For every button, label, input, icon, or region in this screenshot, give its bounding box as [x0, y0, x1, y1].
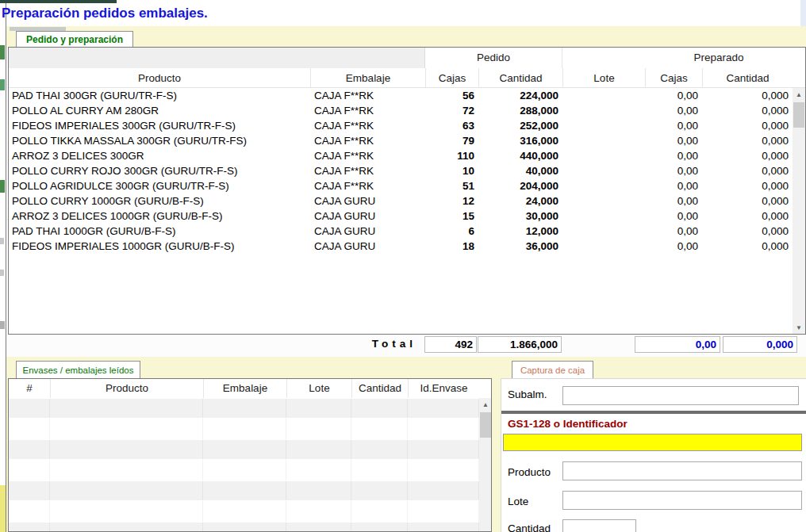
order-table-row[interactable]: POLLO TIKKA MASSALA 300GR (GURU/TR-FS)CA…	[9, 133, 805, 148]
tab-pedido-y-preparacion[interactable]: Pedido y preparación	[16, 31, 133, 47]
order-table-row[interactable]: POLLO AGRIDULCE 300GR (GURU/TR-F-S)CAJA …	[9, 178, 805, 193]
capture-panel: Subalm. GS1-128 o Identificador Producto…	[501, 378, 806, 532]
total-label: Total	[364, 338, 416, 350]
scans-cell	[286, 481, 351, 500]
background-window-sliver	[0, 3, 6, 532]
group-header-preparado: Preparado	[645, 48, 793, 68]
scans-cell	[351, 501, 408, 522]
scans-cell	[351, 419, 408, 439]
scans-cell	[408, 419, 479, 439]
total-prep-cantidad-field: 0,000	[723, 336, 797, 353]
cell-cajas: 51	[425, 178, 478, 193]
scans-cell	[203, 522, 286, 532]
page-title: Preparación pedidos embalajes.	[2, 6, 208, 21]
scroll-up-icon[interactable]: ▲	[793, 88, 805, 101]
order-table-row[interactable]: ARROZ 3 DELICES 300GRCAJA F**RK110440,00…	[9, 148, 805, 163]
cell-cantidad: 316,000	[478, 133, 562, 148]
scans-table-row[interactable]	[9, 460, 491, 480]
column-header-cantidad: Cantidad	[478, 68, 562, 87]
total-cajas-field: 492	[424, 336, 477, 353]
order-table-body: PAD THAI 300GR (GURU/TR-F-S)CAJA F**RK56…	[9, 88, 805, 254]
cell-cantidad: 440,000	[478, 148, 562, 163]
scroll-up-icon[interactable]: ▲	[479, 398, 492, 411]
scans-cell	[203, 460, 286, 480]
scans-cell	[203, 399, 286, 418]
cell-producto: PAD THAI 300GR (GURU/TR-F-S)	[9, 88, 310, 103]
scans-cell	[203, 440, 286, 459]
cell-cajas: 10	[425, 163, 478, 178]
cell-cajas: 12	[425, 193, 478, 209]
scans-cell	[286, 522, 351, 532]
scrollbar-thumb[interactable]	[793, 102, 804, 128]
scans-cell	[203, 419, 286, 439]
cell-producto: PAD THAI 1000GR (GURU/B-F-S)	[9, 224, 310, 239]
cell-prep_cajas: 0,00	[645, 148, 702, 163]
total-prep-cajas-field: 0,00	[635, 336, 720, 353]
scans-cell	[50, 460, 203, 480]
cell-lote	[562, 178, 645, 193]
order-table-group-header: Pedido Preparado	[9, 48, 805, 68]
order-table-row[interactable]: POLLO AL CURRY AM 280GRCAJA F**RK72288,0…	[9, 103, 805, 118]
order-table-row[interactable]: PAD THAI 1000GR (GURU/B-F-S)CAJA GURU612…	[9, 224, 805, 239]
scrollbar-thumb[interactable]	[480, 412, 491, 438]
scans-table-scrollbar[interactable]: ▲	[479, 398, 491, 531]
scroll-down-icon[interactable]: ▼	[793, 321, 805, 334]
order-table-row[interactable]: PAD THAI 300GR (GURU/TR-F-S)CAJA F**RK56…	[9, 88, 805, 103]
tab-label: Captura de caja	[520, 366, 585, 375]
order-table-scrollbar[interactable]: ▲ ▼	[793, 88, 805, 334]
producto-input[interactable]	[562, 461, 802, 480]
order-table-row[interactable]: POLLO CURRY ROJO 300GR (GURU/TR-F-S)CAJA…	[9, 163, 805, 178]
cell-prep_cantidad: 0,000	[702, 178, 793, 193]
cell-prep_cajas: 0,00	[645, 209, 702, 224]
gs1-scan-input[interactable]	[503, 434, 802, 451]
scans-table-row[interactable]	[9, 522, 491, 532]
scans-cell	[203, 501, 286, 522]
total-cantidad-field: 1.866,000	[478, 336, 562, 353]
totals-bar: Total 492 1.866,000 0,00 0,000	[6, 335, 806, 357]
scans-column-header: #	[9, 379, 50, 398]
scans-column-header: Producto	[50, 379, 203, 398]
order-table-row[interactable]: ARROZ 3 DELICES 1000GR (GURU/B-F-S)CAJA …	[9, 209, 805, 224]
column-header-lote: Lote	[562, 68, 645, 87]
background-fragment	[0, 238, 4, 244]
order-table-row[interactable]: FIDEOS IMPERIALES 1000GR (GURU/B-F-S)CAJ…	[9, 239, 805, 254]
lote-input[interactable]	[562, 491, 802, 510]
cell-lote	[562, 118, 645, 133]
background-fragment	[0, 45, 5, 59]
subalm-input[interactable]	[562, 386, 799, 405]
order-table-row[interactable]: POLLO CURRY 1000GR (GURU/B-F-S)CAJA GURU…	[9, 193, 805, 209]
group-header-blank	[9, 48, 425, 68]
cell-prep_cantidad: 0,000	[702, 148, 793, 163]
cell-lote	[562, 103, 645, 118]
scans-cell	[50, 419, 203, 439]
scans-column-header: Lote	[286, 379, 351, 398]
scans-table-row[interactable]	[9, 419, 491, 439]
scans-cell	[9, 440, 50, 459]
cell-embalaje: CAJA F**RK	[310, 118, 425, 133]
order-table-row[interactable]: FIDEOS IMPERIALES 300GR (GURU/TR-F-S)CAJ…	[9, 118, 805, 133]
scans-cell	[9, 460, 50, 480]
cell-lote	[562, 163, 645, 178]
cell-cajas: 63	[425, 118, 478, 133]
scans-cell	[203, 481, 286, 500]
cell-lote	[562, 209, 645, 224]
cantidad-input[interactable]	[562, 519, 636, 532]
scans-table-row[interactable]	[9, 398, 491, 419]
scans-table-row[interactable]	[9, 501, 491, 522]
cell-cantidad: 252,000	[478, 118, 562, 133]
scans-table-row[interactable]	[9, 439, 491, 460]
background-fragment	[0, 79, 5, 90]
cell-prep_cajas: 0,00	[645, 88, 702, 103]
scans-cell	[351, 460, 408, 480]
cell-embalaje: CAJA F**RK	[310, 178, 425, 193]
scans-table-header: #ProductoEmbalajeLoteCantidadId.Envase	[9, 379, 491, 398]
cell-lote	[562, 148, 645, 163]
producto-label: Producto	[508, 466, 551, 478]
tab-captura-de-caja[interactable]: Captura de caja	[512, 361, 593, 378]
scans-cell	[351, 481, 408, 500]
cell-prep_cantidad: 0,000	[702, 193, 793, 209]
tab-envases-embalajes-leidos[interactable]: Envases / embalajes leídos	[16, 361, 140, 378]
scans-table-row[interactable]	[9, 480, 491, 501]
cell-producto: POLLO AGRIDULCE 300GR (GURU/TR-F-S)	[9, 178, 310, 193]
column-header-cajas: Cajas	[425, 68, 478, 87]
